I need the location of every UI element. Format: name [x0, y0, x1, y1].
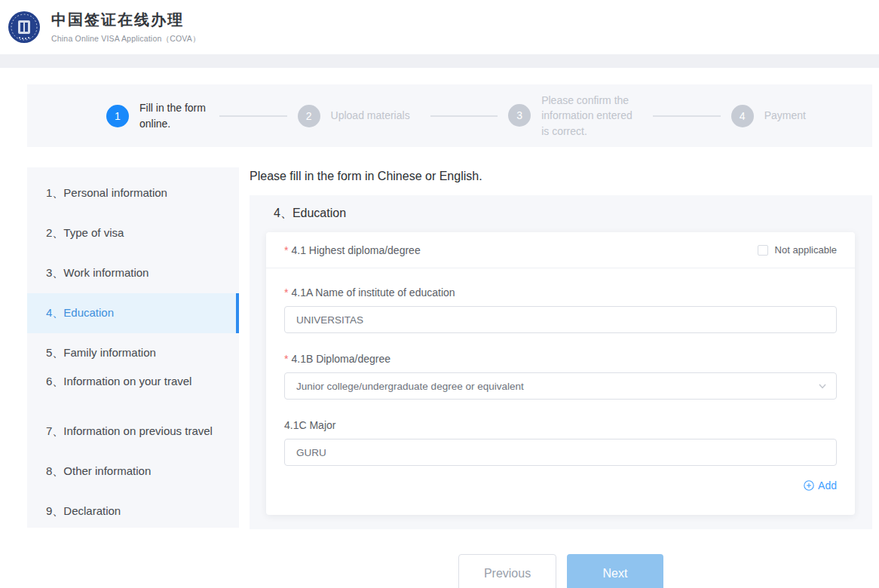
- diploma-degree-selected-value: Junior college/undergraduate degree or e…: [296, 381, 524, 392]
- card-header-row: *4.1 Highest diploma/degree Not applicab…: [266, 232, 855, 268]
- chevron-down-icon: [818, 381, 827, 390]
- sidebar-item-type-of-visa[interactable]: 2、Type of visa: [27, 213, 239, 253]
- step-3-label: Please confirm the information entered i…: [541, 93, 642, 139]
- app-titles: 中国签证在线办理 China Online VISA Application（C…: [51, 10, 201, 44]
- form-navigation-buttons: Previous Next: [250, 554, 872, 588]
- institute-name-label-text: 4.1A Name of institute of education: [291, 286, 455, 299]
- next-button[interactable]: Next: [567, 554, 663, 588]
- app-header: 中国签证在线办理 China Online VISA Application（C…: [0, 0, 879, 54]
- circle-plus-icon: [804, 480, 814, 491]
- sidebar-item-work-information[interactable]: 3、Work information: [27, 253, 239, 293]
- required-asterisk: *: [284, 244, 288, 256]
- sidebar-item-declaration[interactable]: 9、Declaration: [27, 492, 239, 531]
- step-connector: [653, 115, 721, 117]
- field-institute-name: *4.1A Name of institute of education: [284, 286, 837, 333]
- step-1-label: Fill in the form online.: [139, 100, 209, 131]
- highest-diploma-label-text: 4.1 Highest diploma/degree: [291, 244, 420, 256]
- add-row: Add: [284, 479, 837, 492]
- highest-diploma-card: *4.1 Highest diploma/degree Not applicab…: [266, 232, 855, 515]
- header-divider-band: [0, 54, 879, 68]
- card-body: *4.1A Name of institute of education *4.…: [266, 286, 855, 505]
- field-diploma-degree: *4.1B Diploma/degree Junior college/unde…: [284, 353, 837, 400]
- step-4-payment: 4 Payment: [731, 105, 806, 127]
- step-1-circle: 1: [106, 105, 129, 127]
- form-language-instruction: Please fill in the form in Chinese or En…: [250, 170, 872, 183]
- diploma-degree-select[interactable]: Junior college/undergraduate degree or e…: [284, 372, 837, 400]
- main-column: Please fill in the form in Chinese or En…: [250, 167, 872, 588]
- previous-button[interactable]: Previous: [458, 554, 556, 588]
- step-3-confirm-information: 3 Please confirm the information entered…: [508, 93, 642, 139]
- step-connector: [219, 115, 287, 117]
- sidebar-item-education[interactable]: 4、Education: [27, 293, 239, 333]
- sidebar-item-information-on-your-travel[interactable]: 6、Information on your travel: [27, 362, 239, 402]
- major-input[interactable]: [284, 439, 837, 466]
- step-4-circle: 4: [731, 105, 754, 127]
- sidebar-item-personal-information[interactable]: 1、Personal information: [27, 173, 239, 213]
- content-row: 1、Personal information 2、Type of visa 3、…: [27, 167, 872, 588]
- diploma-degree-label-text: 4.1B Diploma/degree: [291, 353, 390, 365]
- cova-logo: [8, 11, 41, 44]
- app-title: 中国签证在线办理: [51, 10, 201, 30]
- step-connector: [430, 115, 498, 117]
- sidebar-item-information-on-previous-travel[interactable]: 7、Information on previous travel: [27, 412, 239, 452]
- step-2-label: Upload materials: [331, 108, 420, 123]
- step-2-circle: 2: [298, 105, 320, 127]
- step-3-circle: 3: [508, 104, 531, 127]
- required-asterisk: *: [284, 353, 288, 365]
- institute-name-input[interactable]: [284, 306, 837, 333]
- step-1-fill-form: 1 Fill in the form online.: [106, 100, 209, 131]
- education-panel: 4、Education *4.1 Highest diploma/degree …: [250, 195, 872, 529]
- field-major: 4.1C Major: [284, 419, 837, 466]
- education-section-title: 4、Education: [274, 206, 855, 222]
- add-education-button[interactable]: Add: [804, 479, 837, 492]
- progress-stepper: 1 Fill in the form online. 2 Upload mate…: [27, 84, 872, 147]
- major-label: 4.1C Major: [284, 419, 837, 431]
- add-button-label: Add: [818, 479, 837, 492]
- diploma-degree-label: *4.1B Diploma/degree: [284, 353, 837, 365]
- form-section-sidebar: 1、Personal information 2、Type of visa 3、…: [27, 167, 239, 528]
- step-2-upload-materials: 2 Upload materials: [298, 105, 420, 127]
- not-applicable-control[interactable]: Not applicable: [758, 244, 837, 256]
- app-subtitle: China Online VISA Application（COVA）: [51, 34, 201, 44]
- not-applicable-label: Not applicable: [775, 244, 837, 256]
- step-4-label: Payment: [764, 108, 806, 123]
- sidebar-item-other-information[interactable]: 8、Other information: [27, 452, 239, 492]
- not-applicable-checkbox[interactable]: [758, 245, 768, 256]
- highest-diploma-label: *4.1 Highest diploma/degree: [284, 244, 421, 256]
- institute-name-label: *4.1A Name of institute of education: [284, 286, 837, 299]
- required-asterisk: *: [284, 286, 288, 299]
- cova-page: 中国签证在线办理 China Online VISA Application（C…: [0, 0, 879, 588]
- major-label-text: 4.1C Major: [284, 419, 335, 431]
